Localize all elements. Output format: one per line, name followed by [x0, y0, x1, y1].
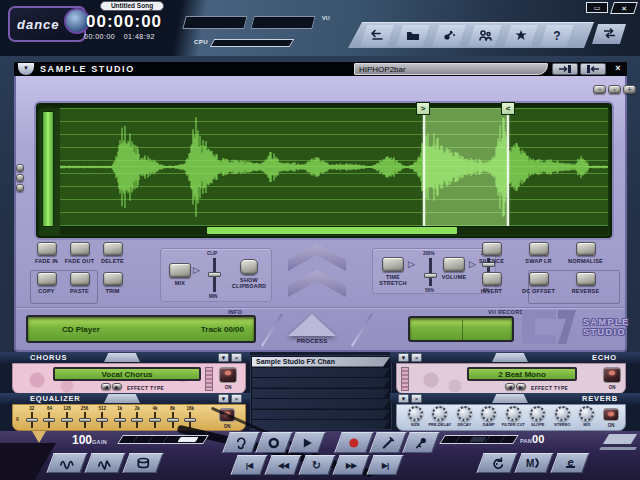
skip-start-button[interactable]: |◀: [230, 455, 267, 475]
chorus-collapse-button[interactable]: ▼: [218, 353, 229, 362]
eq-slider[interactable]: 1k: [111, 406, 129, 428]
fx-chain-empty-row[interactable]: [252, 389, 390, 399]
eq-slider-thumb[interactable]: [149, 418, 161, 422]
side-button[interactable]: [16, 184, 24, 192]
open-button[interactable]: [396, 25, 430, 47]
process-button[interactable]: SILENCE: [468, 242, 515, 264]
preset-save-button[interactable]: [580, 63, 606, 75]
window-menu-icon[interactable]: ▼: [18, 63, 34, 75]
edit-button[interactable]: TRIM: [96, 272, 129, 294]
fx-chain-empty-row[interactable]: [252, 378, 390, 388]
users-button[interactable]: [468, 25, 502, 47]
knob-dial[interactable]: [530, 406, 545, 421]
echo-collapse-button[interactable]: ▼: [398, 353, 409, 362]
eq-slider-track[interactable]: [154, 412, 156, 428]
eq-slider-track[interactable]: [31, 412, 33, 428]
edit-button[interactable]: DELETE: [96, 242, 129, 264]
eq-slider-track[interactable]: [119, 412, 121, 428]
eq-slider-track[interactable]: [189, 412, 191, 428]
mic-record-button[interactable]: [402, 432, 440, 453]
knob-dial[interactable]: [555, 406, 570, 421]
volume-control[interactable]: VOLUME: [439, 257, 469, 280]
mix-slider-thumb[interactable]: [208, 272, 221, 277]
equalizer-close-button[interactable]: ×: [231, 394, 242, 403]
zoom-in-button[interactable]: +: [623, 85, 636, 94]
edit-button[interactable]: COPY: [30, 272, 63, 294]
eq-slider[interactable]: 2k: [129, 406, 147, 428]
cycle-button[interactable]: [476, 453, 517, 473]
process-button[interactable]: DC OFFSET: [515, 272, 562, 294]
process-button[interactable]: SWAP LR: [515, 242, 562, 264]
fast-forward-button[interactable]: ▶▶: [332, 455, 369, 475]
selection-start-marker[interactable]: >: [416, 102, 430, 115]
process-button-face[interactable]: [529, 242, 549, 256]
chorus-close-button[interactable]: ×: [231, 353, 242, 362]
eq-slider-track[interactable]: [66, 412, 68, 428]
echo-on-button[interactable]: [603, 367, 621, 383]
loop-button[interactable]: ↻: [298, 455, 335, 475]
chorus-prev-button[interactable]: ◀: [101, 383, 111, 390]
edit-button-face[interactable]: [37, 272, 57, 286]
stretch-slider-track[interactable]: [429, 258, 432, 286]
volume-button[interactable]: [443, 257, 465, 272]
selection-region[interactable]: [423, 108, 508, 226]
reverb-knob[interactable]: SIZE: [403, 406, 428, 427]
process-button-face[interactable]: [482, 272, 502, 286]
stretch-slider-thumb[interactable]: [424, 273, 437, 278]
play-button[interactable]: [288, 432, 326, 453]
eq-slider-thumb[interactable]: [43, 418, 55, 422]
eq-slider-thumb[interactable]: [79, 418, 91, 422]
reverb-on-button[interactable]: [603, 408, 619, 421]
mix-button[interactable]: [169, 263, 191, 278]
edit-button[interactable]: FADE IN: [30, 242, 63, 264]
edit-button-face[interactable]: [103, 242, 123, 256]
process-button-face[interactable]: [529, 272, 549, 286]
show-clipboard-button[interactable]: [240, 259, 258, 275]
eq-slider[interactable]: 4k: [146, 406, 164, 428]
echo-close-button[interactable]: ×: [411, 353, 422, 362]
reverb-knob[interactable]: SLOPE: [526, 406, 551, 427]
reverb-knob[interactable]: PRE-DELAY: [428, 406, 453, 427]
time-stretch-button[interactable]: [382, 257, 404, 272]
reverb-knob[interactable]: DECAY: [452, 406, 477, 427]
edit-button[interactable]: PASTE: [63, 272, 96, 294]
fx-chain-empty-row[interactable]: [252, 368, 390, 378]
monitor-button[interactable]: [222, 432, 260, 453]
eq-slider-thumb[interactable]: [167, 418, 179, 422]
echo-prev-button[interactable]: ◀: [505, 383, 515, 390]
eq-slider[interactable]: 128: [58, 406, 76, 428]
fx-chain-empty-row[interactable]: [252, 399, 390, 409]
reverb-knob[interactable]: FILTER CUT: [501, 406, 526, 427]
waveform-display[interactable]: [60, 108, 608, 226]
eq-slider-track[interactable]: [172, 412, 174, 428]
gain-slider-thumb[interactable]: [177, 437, 198, 442]
edit-button[interactable]: FADE OUT: [63, 242, 96, 264]
eq-slider-track[interactable]: [84, 412, 86, 428]
eject-button[interactable]: e: [550, 453, 589, 473]
eq-slider-track[interactable]: [136, 412, 138, 428]
zoom-fit-button[interactable]: ▫: [608, 85, 621, 94]
preset-load-button[interactable]: [552, 63, 578, 75]
knob-dial[interactable]: [481, 406, 496, 421]
selection-end-marker[interactable]: <: [501, 102, 515, 115]
stop-button[interactable]: [255, 432, 293, 453]
undo-button[interactable]: [360, 25, 394, 47]
side-button[interactable]: [16, 164, 24, 172]
fx-chain-empty-row[interactable]: [252, 420, 390, 430]
eq-slider-track[interactable]: [48, 412, 50, 428]
eq-slider-thumb[interactable]: [61, 418, 73, 422]
gain-slider-track[interactable]: [117, 435, 209, 444]
knob-dial[interactable]: [506, 406, 521, 421]
process-button[interactable]: REVERSE: [562, 272, 609, 294]
side-button[interactable]: [16, 174, 24, 182]
edit-button-face[interactable]: [70, 242, 90, 256]
clipboard-control[interactable]: SHOW CLIPBOARD: [229, 259, 269, 290]
edit-button-face[interactable]: [70, 272, 90, 286]
eq-slider-thumb[interactable]: [96, 418, 108, 422]
eq-slider[interactable]: 32: [23, 406, 41, 428]
draw-wave-button[interactable]: [84, 453, 125, 473]
eq-slider[interactable]: 16k: [181, 406, 199, 428]
process-button-triangle[interactable]: [288, 314, 336, 336]
chorus-on-button[interactable]: [219, 367, 237, 383]
reverb-close-button[interactable]: ×: [411, 394, 422, 403]
